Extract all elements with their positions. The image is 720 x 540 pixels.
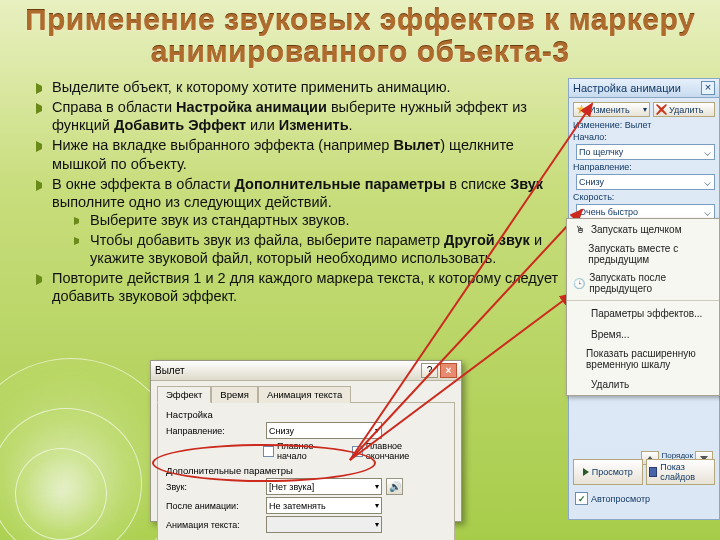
- menu-start-with-previous[interactable]: Запускать вместе с предыдущим: [567, 240, 719, 269]
- play-icon: [583, 468, 589, 476]
- sound-select[interactable]: [Нет звука]▾: [266, 478, 382, 495]
- smooth-end-checkbox[interactable]: Плавное окончание: [352, 441, 446, 461]
- change-header: Изменение: Вылет: [573, 120, 651, 130]
- text-anim-label: Анимация текста:: [166, 520, 266, 530]
- effect-dialog: Вылет ? × Эффект Время Анимация текста Н…: [150, 360, 462, 522]
- after-label: После анимации:: [166, 501, 266, 511]
- change-effect-button[interactable]: Изменить ▾: [573, 102, 650, 117]
- help-button[interactable]: ?: [421, 363, 438, 378]
- text-anim-select: ▾: [266, 516, 382, 533]
- effect-context-menu: 🖱Запускать щелчком Запускать вместе с пр…: [566, 218, 720, 396]
- list-item: Чтобы добавить звук из файла, выберите п…: [74, 231, 566, 267]
- list-item: Справа в области Настройка анимации выбе…: [36, 98, 566, 134]
- speed-label: Скорость:: [573, 192, 614, 202]
- list-item: Ниже на вкладке выбранного эффекта (напр…: [36, 136, 566, 172]
- dialog-title-bar: Вылет ? ×: [151, 361, 461, 381]
- start-select[interactable]: По щелчку: [576, 144, 715, 160]
- slideshow-icon: [649, 467, 658, 477]
- tab-text-animation[interactable]: Анимация текста: [258, 386, 351, 403]
- dialog-direction-select[interactable]: Снизу▾: [266, 422, 382, 439]
- pane-title-bar: Настройка анимации ×: [569, 79, 719, 98]
- autopreview-checkbox[interactable]: ✓Автопросмотр: [575, 492, 650, 505]
- menu-effect-options[interactable]: Параметры эффектов...: [567, 303, 719, 324]
- slide-title: Применение звуковых эффектов к маркеру а…: [0, 4, 720, 67]
- play-button[interactable]: Просмотр: [573, 459, 643, 485]
- sound-label: Звук:: [166, 482, 266, 492]
- menu-delete[interactable]: Удалить: [567, 374, 719, 395]
- slideshow-button[interactable]: Показ слайдов: [646, 459, 716, 485]
- tab-time[interactable]: Время: [211, 386, 258, 403]
- sound-volume-button[interactable]: 🔊: [386, 478, 403, 495]
- direction-label: Направление:: [573, 162, 632, 172]
- dialog-direction-label: Направление:: [166, 426, 266, 436]
- mouse-icon: 🖱: [573, 222, 587, 236]
- menu-timing[interactable]: Время...: [567, 324, 719, 345]
- menu-start-after-previous[interactable]: 🕒Запускать после предыдущего: [567, 269, 719, 298]
- tab-effect[interactable]: Эффект: [157, 386, 211, 403]
- section-settings: Настройка: [166, 409, 446, 420]
- list-item: Выделите объект, к которому хотите приме…: [36, 78, 566, 96]
- x-icon: [656, 104, 667, 115]
- delete-label: Удалить: [669, 105, 703, 115]
- close-icon[interactable]: ×: [701, 81, 715, 95]
- dialog-title: Вылет: [155, 365, 185, 376]
- menu-show-timeline[interactable]: Показать расширенную временную шкалу: [567, 345, 719, 374]
- close-button[interactable]: ×: [440, 363, 457, 378]
- section-extra: Дополнительные параметры: [166, 465, 446, 476]
- smooth-start-checkbox[interactable]: Плавное начало: [263, 441, 344, 461]
- list-item: Повторите действия 1 и 2 для каждого мар…: [36, 269, 566, 305]
- delete-effect-button[interactable]: Удалить: [653, 102, 715, 117]
- list-item: В окне эффекта в области Дополнительные …: [36, 175, 566, 268]
- change-label: Изменить: [589, 105, 630, 115]
- direction-select[interactable]: Снизу: [576, 174, 715, 190]
- list-item: Выберите звук из стандартных звуков.: [74, 211, 566, 229]
- star-icon: [576, 104, 587, 115]
- start-label: Начало:: [573, 132, 607, 142]
- pane-title-text: Настройка анимации: [573, 82, 681, 94]
- after-select[interactable]: Не затемнять▾: [266, 497, 382, 514]
- bullet-list: Выделите объект, к которому хотите приме…: [36, 78, 566, 308]
- clock-icon: 🕒: [573, 276, 585, 290]
- menu-start-on-click[interactable]: 🖱Запускать щелчком: [567, 219, 719, 240]
